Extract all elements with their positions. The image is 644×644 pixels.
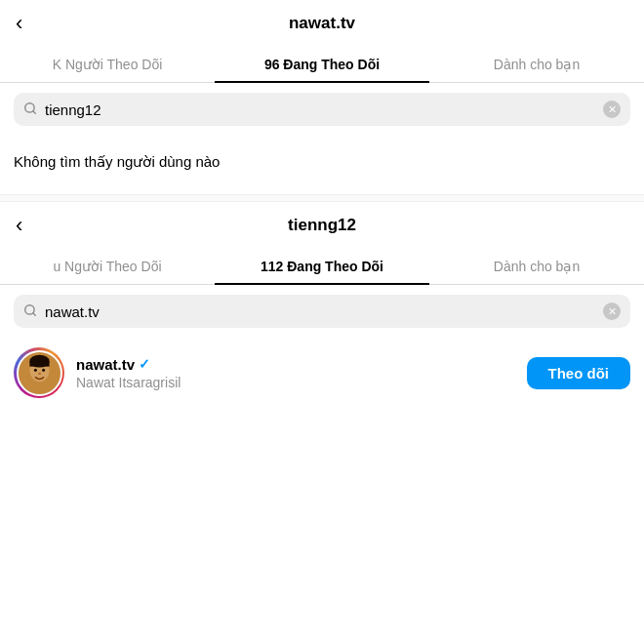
svg-point-7 xyxy=(42,368,45,371)
avatar-ring xyxy=(14,347,64,398)
back-button-2[interactable]: ‹ xyxy=(16,215,22,236)
svg-rect-10 xyxy=(29,361,49,366)
verified-badge: ✓ xyxy=(139,356,150,372)
search-icon-2 xyxy=(23,303,37,320)
user-result-row: nawat.tv ✓ Nawat Itsaragrisil Theo dõi xyxy=(0,338,644,408)
panel1-search-wrap: ✕ xyxy=(0,83,644,136)
follow-button[interactable]: Theo dõi xyxy=(527,357,631,389)
panel2-search-box: ✕ xyxy=(14,295,630,328)
panel2-header: ‹ tienng12 xyxy=(0,202,644,249)
user-info: nawat.tv ✓ Nawat Itsaragrisil xyxy=(76,356,515,390)
panel2-title: tienng12 xyxy=(288,216,356,235)
panel-divider xyxy=(0,194,644,202)
clear-button-2[interactable]: ✕ xyxy=(603,302,621,320)
clear-button-1[interactable]: ✕ xyxy=(603,101,621,118)
tab-following-1[interactable]: 96 Đang Theo Dõi xyxy=(215,47,429,82)
svg-point-6 xyxy=(33,368,36,371)
panel2-tabs: u Người Theo Dõi 112 Đang Theo Dõi Dành … xyxy=(0,249,644,285)
back-button-1[interactable]: ‹ xyxy=(16,13,22,34)
tab-followers-2[interactable]: u Người Theo Dõi xyxy=(0,249,215,284)
search-input-2[interactable] xyxy=(45,303,595,320)
panel1-tabs: K Người Theo Dõi 96 Đang Theo Dõi Dành c… xyxy=(0,47,644,83)
user-fullname: Nawat Itsaragrisil xyxy=(76,375,515,390)
username-row: nawat.tv ✓ xyxy=(76,356,515,373)
panel2-search-wrap: ✕ xyxy=(0,285,644,338)
tab-suggested-2[interactable]: Dành cho bạn xyxy=(429,249,644,284)
no-result-text: Không tìm thấy người dùng nào xyxy=(0,136,644,194)
tab-following-2[interactable]: 112 Đang Theo Dõi xyxy=(215,249,429,284)
search-input-1[interactable] xyxy=(45,101,595,118)
tab-suggested-1[interactable]: Dành cho bạn xyxy=(429,47,644,82)
panel1-search-box: ✕ xyxy=(14,93,630,126)
panel-tienng12: ‹ tienng12 u Người Theo Dõi 112 Đang The… xyxy=(0,202,644,408)
panel1-title: nawat.tv xyxy=(289,14,355,33)
avatar xyxy=(17,350,62,396)
panel-nawat: ‹ nawat.tv K Người Theo Dõi 96 Đang Theo… xyxy=(0,0,644,194)
panel1-header: ‹ nawat.tv xyxy=(0,0,644,47)
svg-point-8 xyxy=(37,372,41,374)
username-text: nawat.tv xyxy=(76,356,135,373)
search-icon-1 xyxy=(23,101,37,118)
svg-line-3 xyxy=(33,312,36,315)
svg-line-1 xyxy=(33,110,36,113)
tab-followers-1[interactable]: K Người Theo Dõi xyxy=(0,47,215,82)
